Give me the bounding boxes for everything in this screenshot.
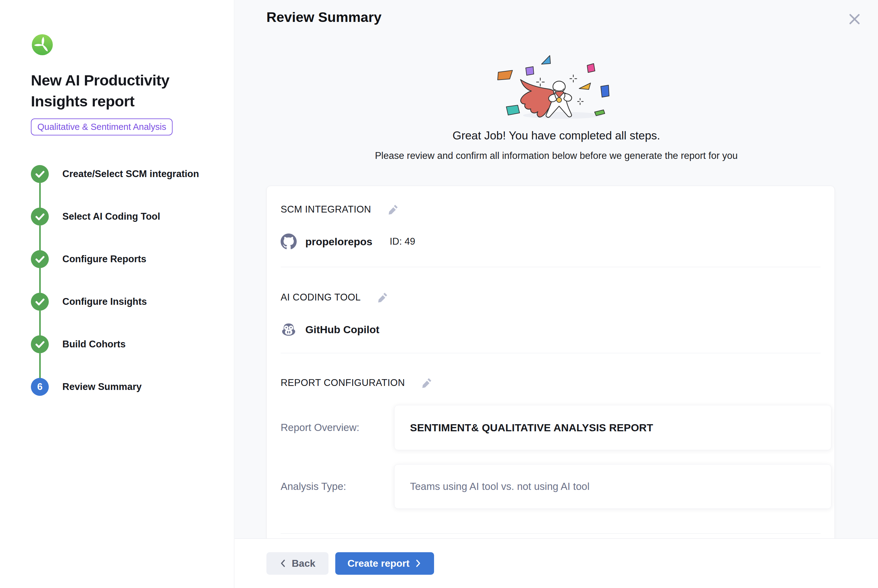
scm-integration-id: ID: 49	[389, 236, 415, 247]
check-icon	[31, 208, 49, 225]
ai-tool-name: GitHub Copilot	[305, 324, 379, 336]
app-root: New AI Productivity Insights report Qual…	[0, 0, 878, 588]
check-icon	[31, 335, 49, 353]
check-icon	[31, 250, 49, 268]
divider	[281, 533, 821, 534]
back-button-label: Back	[292, 558, 316, 569]
wizard-footer: Back Create report	[235, 538, 878, 588]
edit-report-config-button[interactable]	[420, 376, 434, 390]
pencil-icon	[387, 203, 400, 215]
step-select-ai-coding-tool[interactable]: Select AI Coding Tool	[31, 208, 215, 225]
scm-integration-row: propelorepos ID: 49	[267, 234, 834, 250]
hero-submessage: Please review and confirm all informatio…	[235, 150, 878, 161]
report-overview-row: Report Overview: SENTIMENT& QUALITATIVE …	[267, 405, 834, 450]
analysis-type-value-box: Teams using AI tool vs. not using AI too…	[394, 464, 831, 509]
report-type-badge: Qualitative & Sentiment Analysis	[31, 118, 173, 135]
step-configure-insights[interactable]: Configure Insights	[31, 293, 215, 310]
step-label: Build Cohorts	[62, 339, 126, 350]
sidebar: New AI Productivity Insights report Qual…	[0, 0, 234, 588]
analysis-type-value: Teams using AI tool vs. not using AI too…	[410, 481, 590, 492]
create-report-button-label: Create report	[347, 558, 410, 569]
step-number-badge: 6	[31, 378, 49, 396]
step-build-cohorts[interactable]: Build Cohorts	[31, 335, 215, 353]
step-configure-reports[interactable]: Configure Reports	[31, 250, 215, 268]
step-review-summary[interactable]: 6 Review Summary	[31, 378, 215, 396]
analysis-type-label: Analysis Type:	[281, 481, 394, 492]
ai-tool-section-header: AI CODING TOOL	[267, 291, 834, 304]
report-config-section-header: REPORT CONFIGURATION	[267, 376, 834, 390]
github-copilot-icon	[281, 321, 297, 338]
check-icon	[31, 293, 49, 310]
completion-hero: Great Job! You have completed all steps.…	[235, 46, 878, 161]
edit-scm-button[interactable]	[386, 202, 400, 216]
close-icon[interactable]	[846, 11, 863, 27]
review-summary-panel: Review Summary	[235, 0, 878, 588]
scm-integration-name: propelorepos	[305, 236, 372, 248]
wizard-stepper: Create/Select SCM integration Select AI …	[31, 165, 215, 396]
divider	[281, 353, 821, 353]
scm-section-title: SCM INTEGRATION	[281, 204, 371, 215]
create-report-button[interactable]: Create report	[335, 552, 434, 575]
propelo-logo-icon	[31, 33, 54, 56]
summary-card: SCM INTEGRATION propelorepos ID: 49	[266, 186, 835, 550]
chevron-left-icon	[280, 559, 287, 568]
step-label: Review Summary	[62, 381, 142, 392]
step-create-select-scm-integration[interactable]: Create/Select SCM integration	[31, 165, 215, 183]
report-overview-label: Report Overview:	[281, 422, 394, 434]
github-icon	[281, 234, 297, 250]
celebration-illustration	[485, 46, 645, 122]
back-button[interactable]: Back	[266, 552, 328, 575]
ai-tool-section-title: AI CODING TOOL	[281, 292, 361, 303]
pencil-icon	[421, 376, 433, 389]
report-overview-value: SENTIMENT& QUALITATIVE ANALYSIS REPORT	[410, 422, 653, 434]
step-label: Configure Insights	[62, 296, 147, 307]
step-label: Create/Select SCM integration	[62, 168, 199, 180]
panel-title: Review Summary	[266, 9, 382, 25]
report-config-section-title: REPORT CONFIGURATION	[281, 377, 405, 388]
report-overview-value-box: SENTIMENT& QUALITATIVE ANALYSIS REPORT	[394, 405, 831, 450]
edit-ai-tool-button[interactable]	[376, 291, 389, 304]
step-label: Configure Reports	[62, 254, 146, 265]
step-label: Select AI Coding Tool	[62, 211, 160, 222]
analysis-type-row: Analysis Type: Teams using AI tool vs. n…	[267, 464, 834, 509]
pencil-icon	[377, 291, 389, 303]
check-icon	[31, 165, 49, 183]
ai-tool-row: GitHub Copilot	[267, 321, 834, 338]
chevron-right-icon	[414, 559, 422, 568]
hero-message: Great Job! You have completed all steps.	[235, 129, 878, 142]
scm-section-header: SCM INTEGRATION	[267, 202, 834, 216]
wizard-title: New AI Productivity Insights report	[31, 70, 194, 112]
